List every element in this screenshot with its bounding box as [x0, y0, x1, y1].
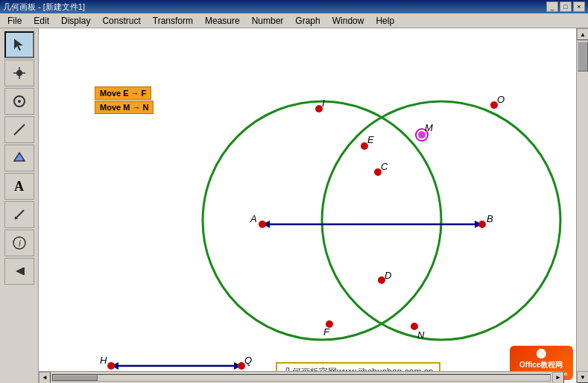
text-tool[interactable]: A — [4, 173, 34, 200]
pencil-tool[interactable] — [4, 201, 34, 228]
svg-marker-7 — [14, 153, 25, 161]
menu-display[interactable]: Display — [55, 14, 96, 28]
svg-text:A: A — [250, 213, 257, 224]
svg-point-5 — [18, 100, 21, 103]
svg-text:F: F — [323, 326, 330, 338]
main-area: A i A — [0, 28, 588, 383]
annotation-move-mn: Move M → N — [95, 101, 154, 114]
toolbar: A i — [0, 28, 39, 383]
maximize-button[interactable]: □ — [560, 1, 572, 12]
svg-text:Q: Q — [244, 355, 252, 366]
menu-file[interactable]: File — [1, 14, 28, 28]
titlebar-title: 几何画板 - [新建文件1] — [3, 1, 85, 13]
point-tool[interactable] — [4, 60, 34, 86]
close-button[interactable]: × — [573, 1, 585, 12]
svg-text:M: M — [425, 122, 433, 133]
svg-text:D: D — [385, 270, 391, 281]
menubar: File Edit Display Construct Transform Me… — [0, 13, 588, 28]
menu-graph[interactable]: Graph — [289, 14, 326, 28]
svg-point-24 — [478, 221, 486, 228]
polygon-tool[interactable] — [4, 145, 34, 171]
minimize-button[interactable]: _ — [546, 1, 558, 12]
menu-transform[interactable]: Transform — [147, 14, 199, 28]
scroll-thumb-v[interactable] — [578, 42, 588, 72]
arrow-tool[interactable] — [4, 31, 34, 58]
menu-window[interactable]: Window — [326, 14, 370, 28]
menu-construct[interactable]: Construct — [96, 14, 146, 28]
menu-edit[interactable]: Edit — [28, 14, 55, 28]
line-tool[interactable] — [4, 116, 34, 143]
scroll-down-button[interactable]: ▼ — [577, 371, 588, 383]
canvas-svg: A B C D E F I M N — [39, 28, 576, 383]
svg-text:i: i — [19, 238, 21, 249]
scroll-track-v[interactable] — [577, 40, 588, 371]
titlebar-controls[interactable]: _ □ × — [546, 1, 585, 12]
svg-line-6 — [14, 124, 25, 135]
svg-text:C: C — [381, 161, 388, 172]
svg-text:N: N — [417, 329, 425, 341]
scroll-left-button[interactable]: ◄ — [39, 372, 51, 384]
menu-help[interactable]: Help — [370, 14, 400, 28]
svg-text:O: O — [497, 94, 505, 105]
svg-text:H: H — [100, 355, 107, 366]
svg-rect-13 — [23, 268, 25, 275]
svg-text:E: E — [367, 134, 374, 145]
scroll-thumb-h[interactable] — [53, 375, 98, 381]
canvas-area[interactable]: A B C D E F I M N — [39, 28, 576, 383]
more-tool[interactable] — [4, 258, 34, 285]
scroll-right-button[interactable]: ► — [552, 372, 564, 384]
menu-number[interactable]: Number — [246, 14, 290, 28]
svg-point-43 — [107, 362, 115, 370]
horizontal-scrollbar[interactable]: ◄ ► — [39, 371, 564, 383]
scroll-track-h[interactable] — [52, 374, 551, 382]
annotation-move-ef: Move E → F — [95, 86, 151, 100]
svg-marker-0 — [14, 39, 23, 51]
circle-tool[interactable] — [4, 88, 34, 115]
svg-point-22 — [259, 221, 266, 228]
menu-measure[interactable]: Measure — [199, 14, 246, 28]
svg-marker-12 — [16, 268, 23, 275]
scroll-up-button[interactable]: ▲ — [577, 28, 588, 40]
info-tool[interactable]: i — [4, 230, 34, 256]
titlebar: 几何画板 - [新建文件1] _ □ × — [0, 0, 588, 13]
vertical-scrollbar[interactable]: ▲ ▼ — [576, 28, 588, 383]
svg-text:I: I — [322, 98, 325, 109]
svg-text:B: B — [487, 213, 493, 224]
